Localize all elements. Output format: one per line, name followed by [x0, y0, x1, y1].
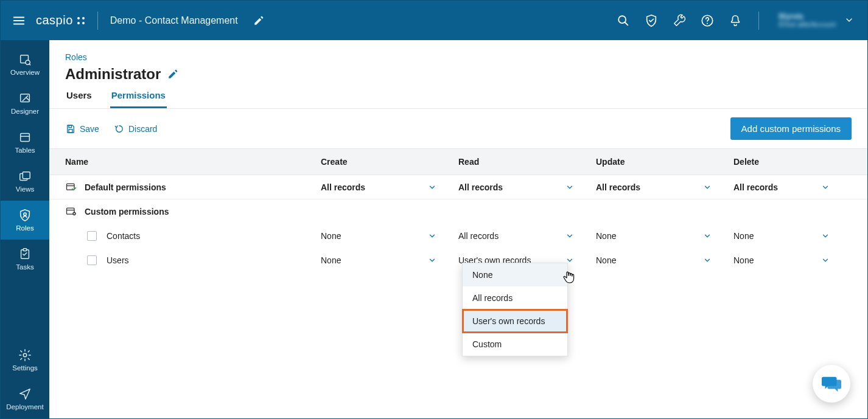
sidebar-item-label: Tasks: [16, 263, 33, 271]
help-icon[interactable]: [700, 13, 715, 28]
sidebar-item-label: Roles: [16, 224, 33, 232]
bell-icon[interactable]: [728, 13, 743, 28]
brand-logo[interactable]: caspio: [36, 13, 85, 27]
row-name: Users: [107, 255, 129, 265]
chevron-down-icon: [842, 13, 856, 27]
chevron-down-icon: [821, 183, 830, 192]
deployment-icon: [18, 387, 32, 401]
section-label: Default permissions: [85, 182, 166, 192]
perm-update-contacts[interactable]: None: [596, 231, 733, 241]
sidebar-item-roles[interactable]: Roles: [1, 201, 49, 240]
perm-create-contacts[interactable]: None: [321, 231, 458, 241]
sidebar-item-designer[interactable]: Designer: [1, 84, 49, 123]
tab-permissions[interactable]: Permissions: [110, 90, 167, 108]
row-name: Contacts: [107, 231, 140, 241]
sidebar-item-tasks[interactable]: Tasks: [1, 240, 49, 279]
sidebar-item-label: Settings: [12, 364, 38, 372]
checkbox[interactable]: [87, 231, 97, 241]
chevron-down-icon: [428, 256, 436, 265]
chevron-down-icon: [703, 183, 712, 192]
chevron-down-icon: [428, 232, 436, 240]
dropdown-option-users-own-records[interactable]: User's own records: [463, 310, 567, 333]
sidebar-item-label: Views: [16, 185, 34, 193]
user-line1: Blynda: [779, 12, 836, 21]
chevron-down-icon: [703, 256, 712, 265]
svg-rect-19: [67, 184, 75, 190]
views-icon: [18, 170, 32, 183]
chevron-down-icon: [821, 232, 830, 240]
svg-point-16: [23, 353, 27, 357]
header-separator: [758, 12, 759, 30]
svg-rect-15: [23, 249, 27, 251]
section-label: Custom permissions: [85, 207, 169, 216]
chat-button[interactable]: [813, 365, 850, 403]
hamburger-icon[interactable]: [12, 13, 26, 28]
discard-button[interactable]: Discard: [114, 123, 157, 134]
save-button[interactable]: Save: [65, 123, 99, 134]
sidebar-item-deployment[interactable]: Deployment: [1, 379, 49, 418]
dropdown-option-custom[interactable]: Custom: [463, 333, 567, 356]
chevron-down-icon: [565, 183, 574, 192]
svg-rect-12: [23, 172, 30, 179]
perm-delete-default[interactable]: All records: [733, 182, 852, 192]
breadcrumb-link-roles[interactable]: Roles: [65, 52, 87, 62]
breadcrumb: Roles: [49, 40, 867, 62]
svg-point-0: [77, 17, 80, 19]
section-default-permissions: Default permissions All records All reco…: [49, 175, 867, 199]
dropdown-option-all-records[interactable]: All records: [463, 286, 567, 310]
perm-create-default[interactable]: All records: [321, 182, 458, 192]
tasks-icon: [18, 248, 32, 261]
save-icon: [65, 123, 76, 134]
sidebar-item-views[interactable]: Views: [1, 162, 49, 201]
chevron-down-icon: [565, 232, 574, 240]
sidebar-item-tables[interactable]: Tables: [1, 123, 49, 162]
shield-check-icon[interactable]: [644, 13, 659, 28]
chevron-down-icon: [703, 232, 712, 240]
table-row: Users None User's own records None None: [49, 248, 867, 272]
pencil-icon[interactable]: [167, 68, 179, 80]
column-update: Update: [596, 157, 733, 167]
perm-delete-users[interactable]: None: [733, 255, 852, 265]
column-read: Read: [458, 157, 596, 167]
svg-point-3: [82, 22, 85, 24]
search-icon[interactable]: [616, 13, 631, 28]
sidebar-item-label: Deployment: [6, 403, 43, 410]
actions-bar: Save Discard Add custom permissions: [49, 109, 867, 148]
main-content: Roles Administrator Users Permissions Sa…: [49, 40, 867, 418]
perm-create-users[interactable]: None: [321, 255, 458, 265]
sidebar: Overview Designer Tables Views Roles Tas…: [1, 40, 49, 418]
column-delete: Delete: [733, 157, 852, 167]
perm-read-contacts[interactable]: All records: [458, 231, 596, 241]
tabs: Users Permissions: [49, 90, 867, 109]
header-actions: Blynda BTest allte/Account: [616, 12, 856, 30]
user-menu[interactable]: Blynda BTest allte/Account: [779, 12, 856, 29]
sidebar-item-settings[interactable]: Settings: [1, 341, 49, 379]
svg-point-13: [24, 213, 26, 215]
svg-point-1: [82, 17, 85, 19]
perm-update-default[interactable]: All records: [596, 182, 733, 192]
read-permission-dropdown[interactable]: None All records User's own records Cust…: [462, 263, 568, 356]
table-header: Name Create Read Update Delete: [49, 148, 867, 175]
app-name: Demo - Contact Management: [110, 15, 238, 26]
sidebar-item-label: Tables: [15, 147, 35, 154]
perm-delete-contacts[interactable]: None: [733, 231, 852, 241]
svg-rect-18: [69, 129, 72, 132]
user-line2: BTest allte/Account: [779, 21, 836, 29]
add-custom-permissions-button[interactable]: Add custom permissions: [730, 117, 852, 140]
tables-icon: [18, 131, 32, 144]
roles-icon: [18, 209, 32, 222]
svg-rect-17: [69, 125, 72, 128]
sidebar-item-overview[interactable]: Overview: [1, 45, 49, 84]
designer-icon: [18, 92, 32, 105]
perm-read-default[interactable]: All records: [458, 182, 596, 192]
user-info: Blynda BTest allte/Account: [779, 12, 836, 29]
discard-label: Discard: [128, 124, 157, 134]
pencil-icon[interactable]: [251, 13, 266, 28]
wrench-icon[interactable]: [672, 13, 687, 28]
column-name: Name: [65, 157, 321, 167]
checkbox[interactable]: [87, 255, 97, 265]
save-label: Save: [80, 124, 99, 134]
tab-users[interactable]: Users: [65, 90, 93, 108]
dropdown-option-none[interactable]: None: [463, 263, 567, 286]
perm-update-users[interactable]: None: [596, 255, 733, 265]
